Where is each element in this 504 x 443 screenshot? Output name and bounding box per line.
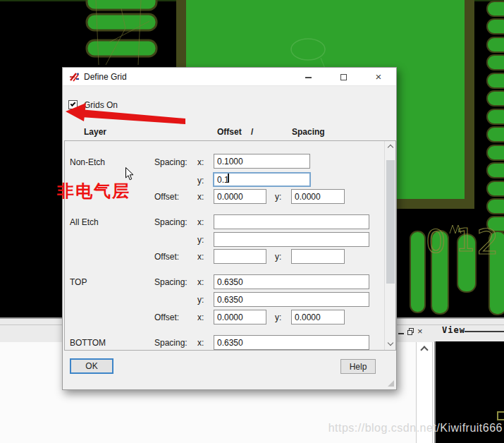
layer-label-bottom: BOTTOM (70, 338, 106, 348)
dialog-maximize-button[interactable] (331, 68, 355, 86)
screen: 0 1 2 × View Define Grid (0, 0, 504, 443)
pcb-digit-outline: 2 (477, 222, 499, 262)
grids-on-checkbox[interactable] (68, 100, 78, 109)
scrollbar-up-button[interactable] (385, 141, 396, 153)
define-grid-dialog: Define Grid × Grids On Layer Offset / Sp… (62, 67, 397, 390)
non-etch-spacing-x-input[interactable] (214, 154, 310, 169)
y-label: y: (197, 176, 204, 186)
dialog-scrollbar[interactable] (384, 141, 395, 350)
pcb-select-square (497, 411, 504, 420)
non-etch-spacing-y-input[interactable] (213, 172, 311, 187)
grids-on-label: Grids On (84, 100, 118, 110)
non-etch-offset-x-input[interactable] (214, 189, 266, 204)
non-etch-offset-y-input[interactable] (291, 189, 345, 204)
ok-button[interactable]: OK (70, 358, 113, 374)
offset-label: Offset: (154, 252, 179, 262)
layer-label-non-etch: Non-Etch (70, 157, 105, 167)
view-window-content (434, 341, 504, 443)
x-label: x: (197, 338, 204, 348)
dialog-titlebar[interactable]: Define Grid × (63, 68, 396, 86)
y-label: y: (197, 235, 204, 245)
top-offset-y-input[interactable] (291, 310, 345, 324)
grid-rows-scrollarea: Non-Etch Spacing: x: y: Offset: x: y: Al… (64, 140, 396, 351)
maximize-icon (340, 74, 347, 80)
scroll-up-icon[interactable] (420, 346, 428, 353)
x-label: x: (197, 312, 204, 322)
layer-label-all-etch: All Etch (70, 217, 99, 227)
scrollbar-down-button[interactable] (385, 338, 396, 350)
scrollbar-thumb[interactable] (386, 160, 395, 284)
dialog-title: Define Grid (84, 72, 127, 82)
spacing-label: Spacing: (154, 277, 188, 287)
x-label: x: (197, 277, 204, 287)
pcb-digit-outline: 1 (455, 222, 475, 258)
minimize-icon (305, 77, 312, 78)
x-label: x: (197, 252, 204, 262)
dialog-close-button[interactable]: × (367, 68, 391, 86)
panel-scrollbar[interactable] (416, 342, 433, 443)
y-label: y: (197, 295, 204, 305)
x-label: x: (197, 192, 204, 202)
offset-label: Offset: (154, 192, 179, 202)
bottom-spacing-x-input[interactable] (214, 335, 369, 350)
resize-grip[interactable] (388, 380, 394, 387)
checkmark-icon (70, 101, 76, 107)
panel-close-icon[interactable]: × (417, 327, 423, 336)
top-offset-x-input[interactable] (214, 310, 266, 324)
view-panel-title: View (442, 325, 465, 335)
help-button[interactable]: Help (340, 359, 376, 374)
column-header-offset: Offset / (217, 127, 253, 137)
panel-restore-icon[interactable] (407, 328, 414, 334)
all-etch-spacing-y-input[interactable] (214, 232, 369, 247)
chevron-down-icon (388, 340, 393, 346)
panel-minimize-icon[interactable] (398, 333, 404, 334)
top-spacing-y-input[interactable] (214, 292, 369, 307)
offset-label: Offset: (154, 312, 179, 322)
y-label: y: (275, 312, 281, 322)
y-label: y: (275, 252, 281, 262)
dialog-minimize-button[interactable] (296, 68, 320, 86)
all-etch-offset-y-input[interactable] (291, 249, 345, 264)
chevron-up-icon (388, 144, 393, 150)
spacing-label: Spacing: (154, 217, 188, 227)
view-title-rule (465, 331, 504, 332)
allegro-app-icon (69, 71, 80, 83)
x-label: x: (197, 217, 204, 227)
all-etch-spacing-x-input[interactable] (214, 214, 369, 229)
all-etch-offset-x-input[interactable] (214, 249, 266, 264)
column-header-spacing: Spacing (292, 127, 325, 137)
y-label: y: (275, 192, 281, 202)
restore-front-square (407, 330, 412, 335)
top-spacing-x-input[interactable] (214, 274, 369, 289)
spacing-label: Spacing: (154, 157, 188, 167)
spacing-label: Spacing: (154, 338, 188, 348)
column-header-layer: Layer (84, 127, 106, 137)
layer-label-top: TOP (70, 277, 87, 287)
x-label: x: (197, 157, 204, 167)
pcb-digit-outline: 0 (426, 224, 445, 260)
